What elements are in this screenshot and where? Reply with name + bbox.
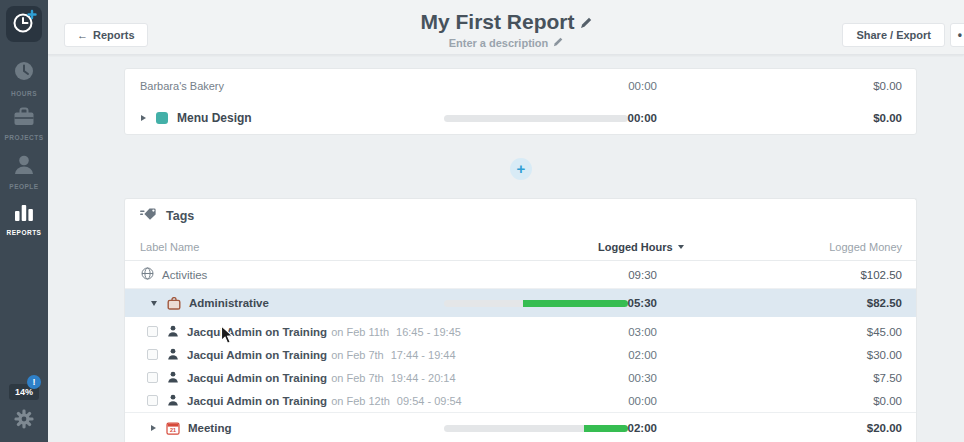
entry-hours: 00:30 xyxy=(628,372,657,384)
settings-button[interactable] xyxy=(13,408,35,430)
app-logo[interactable] xyxy=(6,6,42,42)
tags-panel-title: Tags xyxy=(166,209,194,223)
time-entry-list: Jacqui Admin on Training on Feb 11th 16:… xyxy=(125,317,916,412)
sidebar-item-hours[interactable]: HOURS xyxy=(0,60,48,97)
client-name: Barbara's Bakery xyxy=(140,80,224,92)
person-icon xyxy=(167,323,179,341)
tags-panel: Tags Label Name Logged Hours Logged Mone… xyxy=(124,198,917,442)
tag-name: Administrative xyxy=(189,297,269,309)
share-export-button[interactable]: Share / Export xyxy=(842,23,945,47)
administrative-tag-icon xyxy=(167,297,181,310)
entry-time: 09:54 - 09:54 xyxy=(397,395,462,407)
description-text: Enter a description xyxy=(449,37,549,49)
add-section-button[interactable]: + xyxy=(510,158,532,180)
entry-name: Jacqui Admin on Training xyxy=(187,326,327,338)
share-export-label: Share / Export xyxy=(856,29,931,41)
tag-name: Meeting xyxy=(188,422,231,434)
table-column-headers: Label Name Logged Hours Logged Money xyxy=(125,233,916,261)
entry-money: $30.00 xyxy=(867,349,902,361)
entry-date: on Feb 12th xyxy=(331,395,390,407)
tag-progress-bar xyxy=(444,425,628,432)
ellipsis-icon: ••• xyxy=(958,28,964,42)
sidebar-label-projects: PROJECTS xyxy=(4,134,43,141)
time-entry-row[interactable]: Jacqui Admin on Training on Feb 7th 17:4… xyxy=(125,343,916,366)
edit-title-pencil-icon[interactable] xyxy=(580,15,592,33)
globe-icon xyxy=(141,266,154,284)
sidebar-item-reports[interactable]: REPORTS xyxy=(0,203,48,236)
entry-money: $7.50 xyxy=(873,372,902,384)
title-block: My First Report Enter a description xyxy=(48,10,964,49)
expand-caret-icon[interactable] xyxy=(151,425,156,431)
tags-panel-header: Tags xyxy=(125,199,916,233)
person-icon xyxy=(167,369,179,387)
expand-caret-icon[interactable] xyxy=(141,115,146,121)
time-entry-row[interactable]: Jacqui Admin on Training on Feb 12th 09:… xyxy=(125,389,916,412)
tag-name: Activities xyxy=(162,269,207,281)
logged-hours-label: Logged Hours xyxy=(598,241,673,253)
tag-hours: 02:00 xyxy=(628,422,657,434)
clock-icon xyxy=(13,60,35,86)
collapse-caret-icon[interactable] xyxy=(151,301,157,306)
tag-row-activities[interactable]: Activities 09:30 $102.50 xyxy=(125,261,916,289)
tag-money: $102.50 xyxy=(860,269,902,281)
project-money: $0.00 xyxy=(873,112,902,124)
column-label-name[interactable]: Label Name xyxy=(140,241,199,253)
bar-chart-icon xyxy=(14,203,34,225)
briefcase-icon xyxy=(13,107,35,130)
client-money: $0.00 xyxy=(873,80,902,92)
entry-time: 19:44 - 20:14 xyxy=(391,372,456,384)
page-title[interactable]: My First Report xyxy=(420,10,574,33)
projects-panel: Barbara's Bakery 00:00 $0.00 Menu Design… xyxy=(124,68,917,135)
entry-checkbox[interactable] xyxy=(147,395,158,406)
tag-row-meeting[interactable]: 21 Meeting 02:00 $20.00 xyxy=(125,412,916,442)
edit-description-pencil-icon[interactable] xyxy=(553,37,563,49)
client-row[interactable]: Barbara's Bakery 00:00 $0.00 xyxy=(125,69,916,102)
sidebar-item-people[interactable]: PEOPLE xyxy=(0,154,48,190)
person-icon xyxy=(167,346,179,364)
entry-date: on Feb 11th xyxy=(331,326,389,338)
project-row-menu-design[interactable]: Menu Design 00:00 $0.00 xyxy=(125,102,916,134)
clock-plus-logo-icon xyxy=(11,9,37,39)
sidebar-label-hours: HOURS xyxy=(11,90,37,97)
gear-icon xyxy=(13,416,35,433)
entry-hours: 00:00 xyxy=(628,395,657,407)
tag-hours: 05:30 xyxy=(628,297,657,309)
entry-hours: 03:00 xyxy=(628,326,657,338)
alert-badge[interactable]: ! xyxy=(27,375,41,389)
project-color-swatch xyxy=(156,112,168,124)
column-logged-hours[interactable]: Logged Hours xyxy=(598,241,684,253)
report-description-placeholder[interactable]: Enter a description xyxy=(48,37,964,49)
report-header: ← Reports My First Report Enter a descri… xyxy=(48,0,964,55)
sidebar-item-projects[interactable]: PROJECTS xyxy=(0,107,48,141)
people-icon xyxy=(13,154,35,179)
project-progress-bar xyxy=(444,115,628,122)
column-logged-money[interactable]: Logged Money xyxy=(829,241,902,253)
tag-money: $20.00 xyxy=(867,422,902,434)
entry-hours: 02:00 xyxy=(628,349,657,361)
entry-name: Jacqui Admin on Training xyxy=(187,395,327,407)
entry-checkbox[interactable] xyxy=(147,372,158,383)
sort-caret-icon xyxy=(678,245,684,249)
more-options-button[interactable]: ••• xyxy=(950,23,964,47)
entry-money: $0.00 xyxy=(873,395,902,407)
tags-icon xyxy=(140,207,158,225)
sidebar-label-reports: REPORTS xyxy=(7,229,42,236)
entry-date: on Feb 7th xyxy=(331,372,384,384)
tag-progress-bar xyxy=(444,300,628,307)
entry-name: Jacqui Admin on Training xyxy=(187,349,327,361)
time-entry-row[interactable]: Jacqui Admin on Training on Feb 7th 19:4… xyxy=(125,366,916,389)
client-hours: 00:00 xyxy=(628,80,657,92)
tag-row-administrative[interactable]: Administrative 05:30 $82.50 xyxy=(125,289,916,317)
sidebar: HOURS PROJECTS PEOPLE xyxy=(0,0,48,442)
calendar-icon: 21 xyxy=(166,421,180,435)
entry-checkbox[interactable] xyxy=(147,349,158,360)
entry-money: $45.00 xyxy=(867,326,902,338)
person-icon xyxy=(167,392,179,410)
tag-money: $82.50 xyxy=(867,297,902,309)
entry-checkbox[interactable] xyxy=(147,326,158,337)
app-window: HOURS PROJECTS PEOPLE xyxy=(0,0,964,442)
entry-time: 16:45 - 19:45 xyxy=(396,326,461,338)
time-entry-row[interactable]: Jacqui Admin on Training on Feb 11th 16:… xyxy=(125,320,916,343)
project-name: Menu Design xyxy=(177,111,252,125)
entry-name: Jacqui Admin on Training xyxy=(187,372,327,384)
